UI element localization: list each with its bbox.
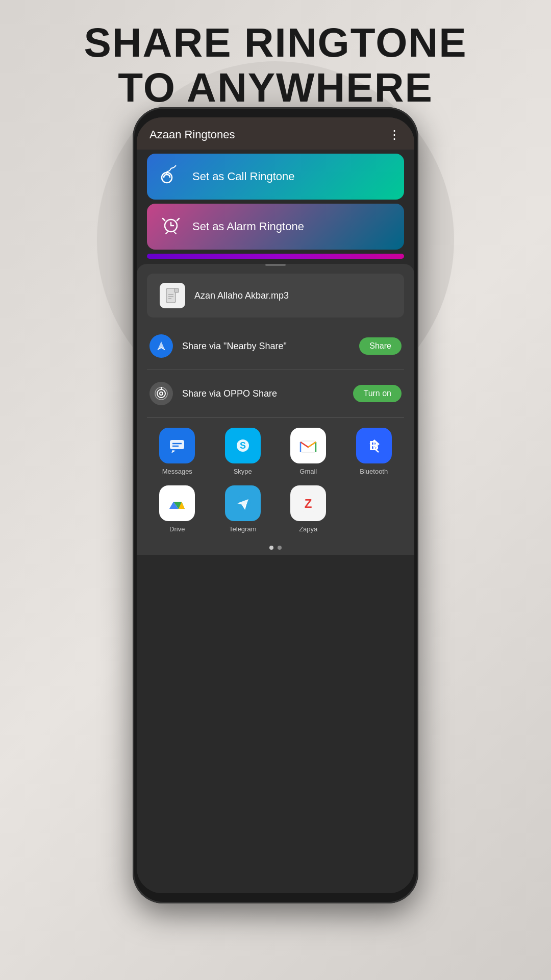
oppo-share-left: Share via OPPO Share xyxy=(149,382,277,405)
pagination-dot-2 xyxy=(278,546,282,550)
set-alarm-ringtone-button[interactable]: Set as Alarm Ringtone xyxy=(147,204,404,250)
nearby-share-left: Share via "Nearby Share" xyxy=(149,334,287,358)
nearby-share-row: Share via "Nearby Share" Share xyxy=(137,325,414,367)
pagination-dot-1 xyxy=(269,546,273,550)
alarm-ringtone-label: Set as Alarm Ringtone xyxy=(192,220,304,233)
app-item-bluetooth[interactable]: B Bluetooth xyxy=(344,428,405,475)
svg-rect-3 xyxy=(174,288,179,292)
phone-screen: Azaan Ringtones ⋮ Set as Call Ringtone xyxy=(137,117,414,893)
gradient-strip xyxy=(147,254,404,259)
file-name: Azan Allaho Akbar.mp3 xyxy=(194,290,289,301)
oppo-share-icon xyxy=(149,382,173,405)
nearby-share-icon xyxy=(149,334,173,358)
file-item: Azan Allaho Akbar.mp3 xyxy=(147,274,404,317)
app-item-gmail[interactable]: Gmail xyxy=(278,428,339,475)
share-bottom-sheet: Azan Allaho Akbar.mp3 Share via "Nearby … xyxy=(137,264,414,555)
skype-icon: S xyxy=(225,428,261,463)
svg-text:Z: Z xyxy=(305,497,312,510)
gmail-icon xyxy=(290,428,326,463)
telegram-label: Telegram xyxy=(229,525,256,533)
messages-label: Messages xyxy=(162,468,192,475)
oppo-turn-on-button[interactable]: Turn on xyxy=(353,385,402,402)
call-icon xyxy=(160,163,182,190)
app-bar: Azaan Ringtones ⋮ xyxy=(137,117,414,150)
alarm-icon xyxy=(160,213,182,240)
messages-icon xyxy=(159,428,195,463)
svg-text:S: S xyxy=(240,440,246,451)
gmail-label: Gmail xyxy=(299,468,317,475)
app-item-drive[interactable]: Drive xyxy=(147,485,208,533)
zapya-label: Zapya xyxy=(299,525,317,533)
svg-rect-11 xyxy=(170,440,184,449)
zapya-icon: Z xyxy=(290,485,326,521)
nearby-share-button[interactable]: Share xyxy=(359,337,402,355)
app-grid-row1: Messages S Skype xyxy=(137,420,414,483)
app-title: Azaan Ringtones xyxy=(149,128,235,141)
screen-content: Azaan Ringtones ⋮ Set as Call Ringtone xyxy=(137,117,414,893)
page-title: SHARE RINGTONE TO ANYWHERE xyxy=(0,20,551,110)
skype-label: Skype xyxy=(234,468,252,475)
app-item-telegram[interactable]: Telegram xyxy=(213,485,273,533)
call-ringtone-label: Set as Call Ringtone xyxy=(192,170,295,183)
file-icon xyxy=(160,283,185,308)
menu-button[interactable]: ⋮ xyxy=(388,128,402,142)
pagination-dots xyxy=(137,541,414,555)
oppo-share-label: Share via OPPO Share xyxy=(182,388,277,399)
app-item-messages[interactable]: Messages xyxy=(147,428,208,475)
svg-point-7 xyxy=(157,389,165,398)
svg-point-8 xyxy=(160,392,163,395)
drive-icon xyxy=(159,485,195,521)
bluetooth-icon: B xyxy=(356,428,392,463)
divider-2 xyxy=(147,417,404,418)
set-call-ringtone-button[interactable]: Set as Call Ringtone xyxy=(147,154,404,200)
app-item-zapya[interactable]: Z Zapya xyxy=(278,485,339,533)
divider-1 xyxy=(147,370,404,370)
nearby-share-label: Share via "Nearby Share" xyxy=(182,341,287,352)
telegram-icon xyxy=(225,485,261,521)
bluetooth-label: Bluetooth xyxy=(360,468,388,475)
phone-frame: Azaan Ringtones ⋮ Set as Call Ringtone xyxy=(133,107,418,903)
sheet-handle xyxy=(265,264,286,266)
app-grid-row2: Drive Telegram xyxy=(137,483,414,541)
oppo-share-row: Share via OPPO Share Turn on xyxy=(137,373,414,414)
app-item-skype[interactable]: S Skype xyxy=(213,428,273,475)
drive-label: Drive xyxy=(169,525,185,533)
